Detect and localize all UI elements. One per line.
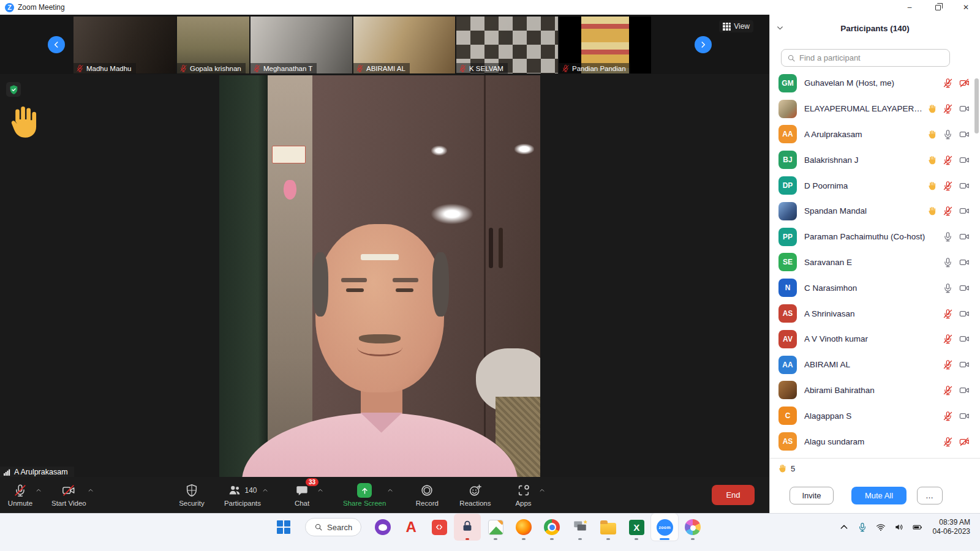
participant-row[interactable]: Abirami Bahirathan bbox=[770, 378, 980, 403]
letter-a-app-icon[interactable]: A bbox=[398, 514, 424, 541]
video-thumbnail[interactable]: Madhu Madhu bbox=[74, 17, 176, 73]
apps-options-chevron[interactable] bbox=[538, 484, 546, 497]
chrome-icon[interactable] bbox=[538, 514, 565, 541]
share-options-chevron[interactable] bbox=[386, 484, 394, 497]
minimize-button[interactable]: – bbox=[895, 0, 924, 15]
thumbnail-name-label: Gopala krishnan bbox=[177, 63, 246, 73]
taskbar-search[interactable]: Search bbox=[305, 518, 361, 536]
camera-icon bbox=[959, 103, 970, 114]
previous-videos-button[interactable] bbox=[48, 36, 65, 53]
shield-check-icon bbox=[9, 84, 19, 95]
video-thumbnail-strip: Madhu Madhu Gopala krishnan Meghanathan … bbox=[0, 15, 769, 74]
unmute-button[interactable]: Unmute bbox=[6, 483, 43, 507]
restore-button[interactable] bbox=[924, 0, 952, 15]
mic-icon bbox=[943, 257, 953, 268]
participant-row[interactable]: PP Paraman Pachaimuthu (Co-host) bbox=[770, 224, 980, 250]
participant-name: D Poornima bbox=[804, 181, 927, 190]
end-meeting-button[interactable]: End bbox=[712, 485, 755, 505]
avatar: GM bbox=[778, 74, 797, 92]
camera-icon bbox=[959, 129, 970, 140]
participant-list-scrollbar[interactable] bbox=[974, 78, 979, 133]
unmute-options-chevron[interactable] bbox=[34, 484, 43, 497]
participants-button[interactable]: 140 Participants bbox=[224, 483, 270, 507]
participant-row[interactable]: DP D Poornima bbox=[770, 173, 980, 198]
participant-row[interactable]: SE Saravanan E bbox=[770, 250, 980, 276]
red-arrows-app-icon[interactable] bbox=[426, 514, 453, 541]
participant-row[interactable]: ELAYAPERUMAL ELAYAPERU… bbox=[770, 96, 980, 122]
participant-name: Abirami Bahirathan bbox=[804, 386, 927, 395]
chevron-left-icon bbox=[52, 40, 61, 49]
participant-row[interactable]: Spandan Mandal bbox=[770, 198, 980, 224]
zoom-app-icon[interactable]: zoom bbox=[651, 514, 678, 541]
start-button[interactable] bbox=[270, 514, 297, 541]
participants-options-chevron[interactable] bbox=[261, 484, 270, 497]
reactions-smiley-icon bbox=[469, 484, 482, 497]
participant-row[interactable]: AA ABIRAMI AL bbox=[770, 352, 980, 378]
tray-chevron-up-icon[interactable] bbox=[836, 518, 852, 536]
security-button[interactable]: Security bbox=[178, 483, 206, 507]
video-thumbnail[interactable]: ABIRAMI AL bbox=[353, 17, 455, 73]
avatar: SE bbox=[778, 253, 797, 271]
video-thumbnail[interactable]: Pandian Pandian bbox=[559, 17, 651, 73]
participant-name: Madhu Madhu bbox=[86, 65, 132, 72]
excel-icon[interactable]: X bbox=[623, 514, 650, 541]
lock-app-icon[interactable] bbox=[454, 514, 481, 541]
tray-mic-icon[interactable] bbox=[854, 518, 870, 536]
view-button[interactable]: View bbox=[719, 20, 753, 32]
mic-icon bbox=[943, 103, 953, 114]
share-screen-icon bbox=[357, 483, 372, 498]
share-screen-button[interactable]: Share Screen bbox=[343, 483, 394, 507]
reactions-button[interactable]: Reactions bbox=[459, 483, 491, 507]
participant-row[interactable]: N C Narasimhon bbox=[770, 275, 980, 301]
participant-row[interactable]: GM Guhavelan M (Host, me) bbox=[770, 70, 980, 96]
battery-icon[interactable] bbox=[910, 518, 925, 536]
zoom-logo-icon: Z bbox=[5, 3, 14, 12]
video-options-chevron[interactable] bbox=[86, 484, 95, 497]
file-explorer-icon[interactable] bbox=[595, 514, 622, 541]
invite-button[interactable]: Invite bbox=[790, 487, 834, 504]
taskbar-clock[interactable]: 08:39 AM 04-06-2023 bbox=[928, 518, 975, 536]
next-videos-button[interactable] bbox=[695, 36, 712, 53]
remote-desktop-icon[interactable] bbox=[567, 514, 594, 541]
mic-icon bbox=[943, 78, 953, 88]
mute-all-button[interactable]: Mute All bbox=[851, 487, 907, 504]
participant-search-input[interactable] bbox=[799, 53, 944, 62]
chat-options-chevron[interactable] bbox=[316, 484, 325, 497]
participant-row[interactable]: AV A V Vinoth kumar bbox=[770, 326, 980, 352]
camera-icon bbox=[959, 385, 970, 395]
video-thumbnail[interactable]: K SELVAM bbox=[456, 17, 558, 73]
avatar bbox=[778, 381, 797, 399]
participant-name: Alagu sundaram bbox=[804, 437, 927, 446]
participant-row[interactable]: BJ Balakrishnan J bbox=[770, 147, 980, 173]
participants-panel: Participants (140) GM Guhavelan M (Host,… bbox=[769, 15, 980, 513]
paint-app-icon[interactable] bbox=[679, 514, 706, 541]
start-video-button[interactable]: Start Video bbox=[51, 483, 95, 507]
participant-row[interactable]: AS A Shrinivasan bbox=[770, 301, 980, 326]
participant-row[interactable]: C Alagappan S bbox=[770, 403, 980, 429]
video-thumbnail[interactable]: Meghanathan T bbox=[251, 17, 352, 73]
participant-name: Gopala krishnan bbox=[190, 65, 241, 72]
mic-icon bbox=[943, 437, 953, 447]
chat-bubble-icon bbox=[295, 484, 309, 497]
participant-name: Guhavelan M (Host, me) bbox=[804, 78, 927, 88]
more-options-button[interactable]: … bbox=[917, 487, 943, 504]
panel-collapse-chevron-icon[interactable] bbox=[776, 24, 784, 32]
raised-hand-icon bbox=[927, 155, 937, 165]
chat-button[interactable]: 33 Chat bbox=[288, 483, 325, 507]
github-icon[interactable] bbox=[369, 514, 396, 541]
close-button[interactable]: ✕ bbox=[952, 0, 980, 15]
apps-button[interactable]: Apps bbox=[510, 483, 546, 507]
encryption-badge[interactable] bbox=[6, 82, 21, 97]
avatar: AA bbox=[778, 356, 797, 374]
volume-icon[interactable] bbox=[891, 518, 907, 536]
participant-row[interactable]: AS Alagu sundaram bbox=[770, 429, 980, 454]
apps-icon bbox=[517, 484, 530, 497]
participant-row[interactable]: AA A Arulprakasam bbox=[770, 122, 980, 148]
avatar: AS bbox=[778, 432, 797, 451]
firefox-icon[interactable] bbox=[510, 514, 537, 541]
record-button[interactable]: Record bbox=[413, 483, 441, 507]
video-thumbnail[interactable]: Gopala krishnan bbox=[177, 17, 249, 73]
photos-app-icon[interactable] bbox=[482, 514, 509, 541]
camera-icon bbox=[959, 359, 970, 370]
wifi-icon[interactable] bbox=[873, 518, 889, 536]
